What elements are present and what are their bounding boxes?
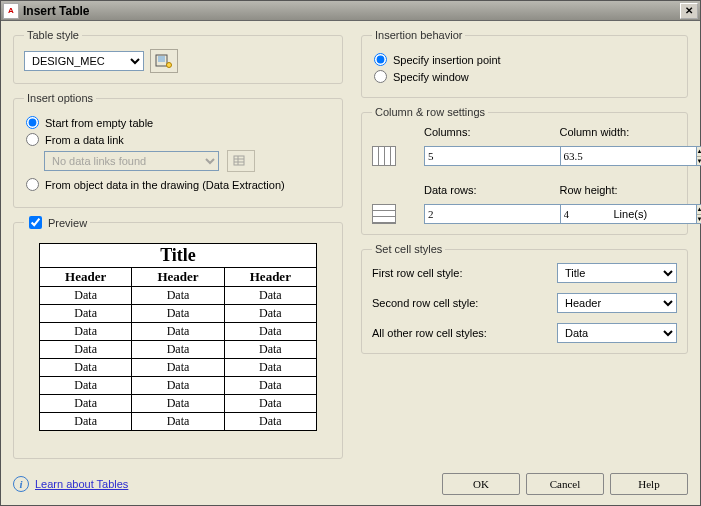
table-style-combo[interactable]: DESIGN_MEC [24, 51, 144, 71]
cellstyles-legend: Set cell styles [372, 243, 445, 255]
insertion-behavior-legend: Insertion behavior [372, 29, 465, 41]
preview-data-cell: Data [132, 377, 224, 395]
preview-data-cell: Data [224, 395, 316, 413]
columns-spinner[interactable]: ▲▼ [424, 146, 494, 166]
preview-data-cell: Data [224, 359, 316, 377]
preview-data-cell: Data [224, 377, 316, 395]
table-style-group: Table style DESIGN_MEC [13, 29, 343, 84]
specify-point-label: Specify insertion point [393, 54, 501, 66]
insertion-behavior-group: Insertion behavior Specify insertion poi… [361, 29, 688, 98]
preview-header-cell: Header [40, 268, 132, 287]
datarows-input[interactable] [424, 204, 560, 224]
info-icon: i [13, 476, 29, 492]
titlebar: A Insert Table ✕ [1, 1, 700, 21]
preview-data-cell: Data [132, 305, 224, 323]
start-empty-radio[interactable] [26, 116, 39, 129]
from-extraction-radio[interactable] [26, 178, 39, 191]
colwidth-spinner[interactable]: ▲▼ [560, 146, 630, 166]
preview-data-cell: Data [132, 341, 224, 359]
datarows-spinner[interactable]: ▲▼ [424, 204, 494, 224]
other-rows-style-select[interactable]: Data [558, 324, 676, 342]
lines-label: Line(s) [614, 208, 648, 220]
from-datalink-label: From a data link [45, 134, 124, 146]
preview-header-cell: Header [132, 268, 224, 287]
rowheight-spinner[interactable]: ▲▼ [560, 204, 610, 224]
preview-data-cell: Data [40, 287, 132, 305]
dialog-footer: i Learn about Tables OK Cancel Help [1, 467, 700, 505]
preview-group: Preview Title HeaderHeaderHeader DataDat… [13, 216, 343, 459]
preview-data-cell: Data [40, 323, 132, 341]
preview-label: Preview [48, 217, 87, 229]
second-row-style-label: Second row cell style: [372, 297, 547, 309]
preview-data-cell: Data [40, 413, 132, 431]
preview-data-cell: Data [132, 359, 224, 377]
other-rows-style-combo[interactable]: Data [557, 323, 677, 343]
preview-data-cell: Data [224, 287, 316, 305]
preview-title-cell: Title [40, 244, 317, 268]
datalink-browse-button [227, 150, 255, 172]
preview-data-cell: Data [132, 323, 224, 341]
first-row-style-label: First row cell style: [372, 267, 547, 279]
window-title: Insert Table [23, 4, 680, 18]
colwidth-input[interactable] [560, 146, 696, 166]
from-extraction-radio-row[interactable]: From object data in the drawing (Data Ex… [24, 178, 332, 191]
svg-rect-5 [234, 156, 244, 165]
colwidth-down[interactable]: ▼ [697, 157, 702, 166]
colwidth-up[interactable]: ▲ [697, 147, 702, 157]
specify-point-radio-row[interactable]: Specify insertion point [372, 53, 677, 66]
cancel-button[interactable]: Cancel [526, 473, 604, 495]
datarows-label: Data rows: [424, 184, 542, 196]
preview-table: Title HeaderHeaderHeader DataDataDataDat… [39, 243, 317, 431]
table-style-select[interactable]: DESIGN_MEC [25, 52, 143, 70]
specify-window-radio-row[interactable]: Specify window [372, 70, 677, 83]
start-empty-label: Start from empty table [45, 117, 153, 129]
preview-data-cell: Data [40, 359, 132, 377]
from-datalink-radio[interactable] [26, 133, 39, 146]
datalink-select: No data links found [45, 152, 218, 170]
start-empty-radio-row[interactable]: Start from empty table [24, 116, 332, 129]
help-button[interactable]: Help [610, 473, 688, 495]
app-icon: A [3, 3, 19, 19]
preview-data-cell: Data [224, 323, 316, 341]
preview-checkbox[interactable] [29, 216, 42, 229]
insert-table-dialog: A Insert Table ✕ Table style DESIGN_MEC [0, 0, 701, 506]
rowheight-down[interactable]: ▼ [697, 215, 702, 224]
preview-header-cell: Header [224, 268, 316, 287]
rowheight-up[interactable]: ▲ [697, 205, 702, 215]
columns-icon [372, 146, 396, 166]
datalink-combo: No data links found [44, 151, 219, 171]
insert-options-legend: Insert options [24, 92, 96, 104]
preview-data-cell: Data [40, 305, 132, 323]
second-row-style-combo[interactable]: Header [557, 293, 677, 313]
specify-window-radio[interactable] [374, 70, 387, 83]
preview-data-cell: Data [224, 413, 316, 431]
dialog-launcher-icon [155, 53, 173, 69]
other-rows-style-label: All other row cell styles: [372, 327, 547, 339]
ok-button[interactable]: OK [442, 473, 520, 495]
first-row-style-combo[interactable]: Title [557, 263, 677, 283]
first-row-style-select[interactable]: Title [558, 264, 676, 282]
columns-input[interactable] [424, 146, 560, 166]
second-row-style-select[interactable]: Header [558, 294, 676, 312]
rowheight-label: Row height: [560, 184, 678, 196]
preview-data-cell: Data [224, 305, 316, 323]
preview-data-cell: Data [40, 395, 132, 413]
specify-point-radio[interactable] [374, 53, 387, 66]
table-style-launch-button[interactable] [150, 49, 178, 73]
rows-icon [372, 204, 396, 224]
preview-data-cell: Data [40, 377, 132, 395]
close-button[interactable]: ✕ [680, 3, 698, 19]
from-extraction-label: From object data in the drawing (Data Ex… [45, 179, 285, 191]
from-datalink-radio-row[interactable]: From a data link [24, 133, 332, 146]
colrow-legend: Column & row settings [372, 106, 488, 118]
svg-point-4 [167, 63, 172, 68]
preview-data-cell: Data [132, 413, 224, 431]
set-cell-styles-group: Set cell styles First row cell style: Ti… [361, 243, 688, 354]
preview-data-cell: Data [132, 395, 224, 413]
learn-about-tables-link[interactable]: Learn about Tables [35, 478, 128, 490]
preview-legend: Preview [24, 216, 90, 229]
specify-window-label: Specify window [393, 71, 469, 83]
insert-options-group: Insert options Start from empty table Fr… [13, 92, 343, 208]
preview-data-cell: Data [132, 287, 224, 305]
column-row-settings-group: Column & row settings Columns: Column wi… [361, 106, 688, 235]
